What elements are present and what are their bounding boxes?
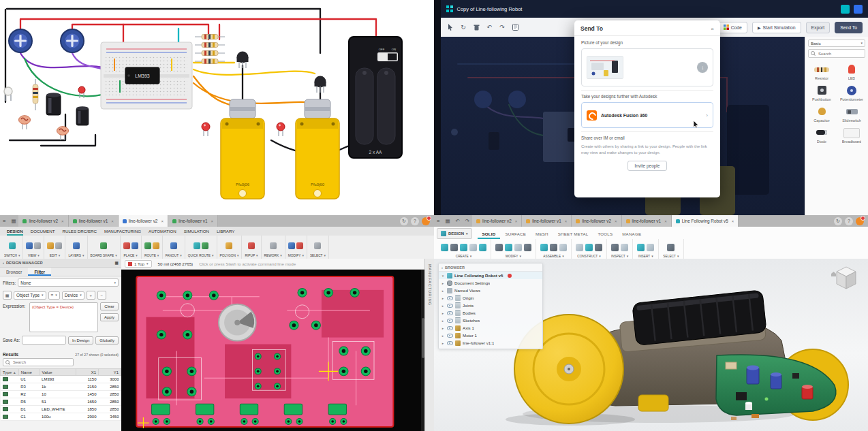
fusion360-option[interactable]: Autodesk Fusion 360 › [581, 102, 713, 128]
document-tab[interactable]: line-follower v1× [168, 215, 218, 227]
globally-button[interactable]: Globally [95, 336, 119, 345]
motor-right[interactable]: Pfc0j60 [296, 99, 339, 199]
component-led[interactable]: LED [837, 64, 866, 80]
clear-button[interactable]: Clear [100, 302, 119, 310]
apps-grid-icon[interactable]: ▦ [442, 215, 452, 227]
notes-tool-icon[interactable] [511, 23, 519, 31]
document-tab[interactable]: line-follower v1× [69, 215, 119, 227]
visibility-eye-icon[interactable] [447, 303, 453, 308]
apps-grid-icon[interactable]: ▦ [8, 215, 18, 227]
close-tab-icon[interactable]: × [664, 219, 667, 223]
tool-group-polygon[interactable]: POLYGON▾ [217, 236, 243, 259]
tinkercad-logo-icon[interactable] [446, 5, 453, 12]
invite-people-button[interactable]: Invite people [627, 161, 668, 171]
tool-group-ripup[interactable]: RIPUP▾ [242, 236, 261, 259]
group-inspect[interactable]: INSPECT▾ [607, 239, 633, 259]
close-tab-icon[interactable]: × [111, 219, 114, 223]
tab-sheet-metal[interactable]: SHEET METAL [553, 228, 593, 239]
in-design-button[interactable]: In Design [68, 336, 93, 345]
col-value[interactable]: Value [40, 369, 76, 376]
transistor-1[interactable] [237, 52, 249, 69]
tool-group-route[interactable]: ROUTE▾ [142, 236, 163, 259]
tab-surface[interactable]: SURFACE [500, 228, 531, 239]
menu-design[interactable]: DESIGN [7, 227, 23, 236]
potentiometer-1[interactable] [9, 29, 32, 52]
table-row[interactable]: R55116502850 [1, 398, 121, 406]
board-canvas[interactable] [121, 270, 425, 431]
export-button[interactable]: Export [806, 22, 831, 33]
undo-icon[interactable]: ↶ [452, 215, 462, 227]
undo-icon[interactable]: ↶ [485, 23, 493, 31]
document-tab[interactable]: line-follower v1× [622, 215, 672, 227]
tool-group-layers[interactable]: LAYERS▾ [65, 236, 87, 259]
collapse-panel-icon[interactable]: ‹ [3, 261, 4, 265]
model-viewport[interactable]: ‹ BROWSER ▾ Line Following Robot v5 ▸ Do… [434, 259, 868, 431]
value-select[interactable]: Device▾ [62, 291, 84, 300]
component-resistor[interactable]: Resistor [807, 64, 836, 80]
visibility-eye-icon[interactable] [447, 325, 453, 330]
table-row[interactable]: U1LM39311503000 [1, 376, 121, 383]
tool-group-board-shape[interactable]: BOARD SHAPE▾ [88, 236, 121, 259]
col-x1[interactable]: X1 [76, 369, 99, 376]
group-assemble[interactable]: ASSEMBLE▾ [536, 239, 572, 259]
visibility-eye-icon[interactable] [447, 340, 453, 345]
component-category-select[interactable]: Basic▾ [808, 39, 865, 47]
tool-group-rework[interactable]: REWORK▾ [262, 236, 285, 259]
menu-icon[interactable]: ≡ [0, 215, 8, 227]
capacitor-electrolytic-1[interactable] [46, 93, 61, 115]
remove-criterion-button[interactable]: − [97, 291, 106, 300]
redo-icon[interactable]: ↷ [498, 23, 506, 31]
browser-root[interactable]: ▾ Line Following Robot v5 [439, 272, 542, 279]
sync-icon[interactable]: ↻ [400, 217, 408, 225]
tool-group-fanout[interactable]: FANOUT▾ [163, 236, 185, 259]
tab-filter[interactable]: Filter [28, 268, 51, 276]
user-avatar[interactable] [422, 217, 430, 225]
tab-tools[interactable]: TOOLS [593, 228, 617, 239]
close-tab-icon[interactable]: × [565, 219, 568, 223]
picture-download-card[interactable]: ↓ [581, 48, 713, 86]
table-row[interactable]: C1100u29003450 [1, 413, 121, 421]
tab-browser[interactable]: Browser [0, 268, 28, 276]
tree-item-origin[interactable]: ▸ Origin [439, 294, 542, 302]
col-name[interactable]: Name [18, 369, 40, 376]
group-construct[interactable]: CONSTRUCT▾ [572, 239, 607, 259]
document-title[interactable]: Copy of Line-following Robot [457, 6, 523, 12]
menu-automation[interactable]: AUTOMATION [149, 227, 176, 236]
tab-mesh[interactable]: MESH [531, 228, 553, 239]
tree-item-line-follower[interactable]: ▸ line-follower v1:1 [439, 339, 542, 347]
tree-item-axis-1[interactable]: ▸ Axis 1 [439, 324, 542, 332]
close-tab-icon[interactable]: × [211, 219, 214, 223]
table-row[interactable]: R31k21502850 [1, 383, 121, 391]
lm393-ic[interactable]: LM393 [125, 67, 159, 84]
tree-item-bodies[interactable]: ▸ Bodies [439, 309, 542, 317]
breadboard[interactable]: LM393 [101, 42, 192, 109]
cursor-tool-icon[interactable] [446, 23, 454, 31]
col-y1[interactable]: Y1 [99, 369, 121, 376]
menu-document[interactable]: DOCUMENT [31, 227, 55, 236]
close-icon[interactable]: × [711, 26, 714, 32]
menu-library[interactable]: LIBRARY [217, 227, 234, 236]
apply-button[interactable]: Apply [100, 313, 119, 321]
component-diode[interactable]: Diode [807, 127, 836, 144]
tree-item-document-settings[interactable]: ▸ Document Settings [439, 279, 542, 287]
tree-item-named-views[interactable]: ▸ Named Views [439, 287, 542, 294]
resistor-bank[interactable] [195, 35, 225, 64]
tree-item-joints[interactable]: ▸ Joints [439, 302, 542, 309]
capacitor-electrolytic-2[interactable] [76, 106, 89, 125]
tool-group-quick-route[interactable]: QUICK ROUTE▾ [185, 236, 217, 259]
gallery-app-icon[interactable] [854, 5, 863, 14]
panel-dock-icon[interactable]: ▦ [115, 261, 119, 265]
tab-manage[interactable]: MANAGE [617, 228, 646, 239]
resistor-vertical-1[interactable] [33, 79, 38, 110]
close-tab-icon[interactable]: × [732, 219, 734, 223]
operator-select[interactable]: =▾ [48, 291, 60, 300]
delete-tool-icon[interactable] [472, 23, 480, 31]
group-select[interactable]: SELECT▾ [659, 239, 683, 259]
transistor-2[interactable] [315, 76, 326, 93]
potentiometer-2[interactable] [61, 29, 84, 52]
close-tab-icon[interactable]: × [515, 219, 518, 223]
tab-solid[interactable]: SOLID [478, 228, 501, 239]
save-as-input[interactable] [22, 336, 66, 345]
tool-group-switch[interactable]: SWITCH▾ [1, 236, 23, 259]
start-simulation-button[interactable]: ▶ Start Simulation [752, 22, 801, 33]
